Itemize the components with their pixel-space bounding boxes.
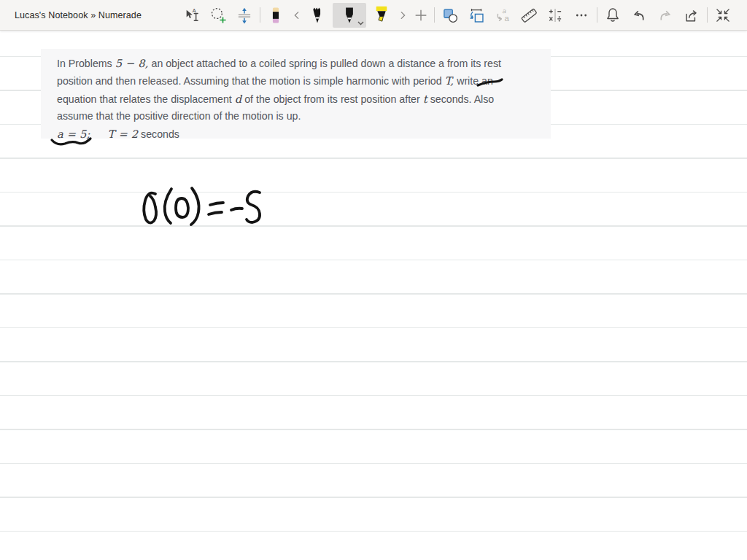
svg-text:a: a — [502, 7, 506, 14]
lasso-select-tool-button[interactable] — [207, 3, 229, 28]
pencil-icon — [308, 5, 327, 26]
chevron-left-icon — [292, 10, 302, 20]
chevron-right-icon — [398, 10, 408, 20]
ellipsis-icon — [572, 6, 591, 25]
collapse-view-button[interactable] — [712, 3, 734, 28]
lasso-select-icon — [209, 6, 228, 25]
problem-line: In Problems 5 − 8, an object attached to… — [57, 55, 551, 72]
ink-to-text-tool-button[interactable]: a a — [492, 3, 514, 28]
ruler-icon — [519, 6, 538, 25]
breadcrumb[interactable]: Lucas's Notebook » Numerade — [15, 0, 142, 30]
pen-tool-button[interactable] — [333, 3, 366, 28]
eraser-icon — [266, 6, 285, 25]
plus-icon — [413, 7, 429, 23]
bell-icon — [603, 6, 622, 25]
more-options-button[interactable] — [570, 3, 592, 28]
shapes-icon — [441, 6, 460, 25]
eraser-tool-button[interactable] — [265, 3, 287, 28]
math-tool-button[interactable] — [544, 3, 566, 28]
select-type-tool-button[interactable]: A — [181, 3, 203, 28]
ruler-tool-button[interactable] — [518, 3, 540, 28]
problem-text-block[interactable]: In Problems 5 − 8, an object attached to… — [41, 49, 551, 139]
pen-scroll-left-button[interactable] — [291, 3, 302, 28]
insert-space-tool-button[interactable] — [233, 3, 255, 28]
toolbar: Lucas's Notebook » Numerade A — [0, 0, 747, 31]
problem-line: equation that relates the displacement d… — [57, 90, 551, 108]
pen-scroll-right-button[interactable] — [397, 3, 408, 28]
ink-to-shape-tool-button[interactable] — [465, 3, 487, 28]
highlighter-tool-button[interactable] — [371, 3, 392, 28]
problem-line: position and then released. Assuming tha… — [57, 72, 551, 90]
toolbar-divider — [597, 7, 597, 23]
highlighter-icon — [372, 5, 391, 26]
pen-icon — [340, 5, 359, 26]
collapse-icon — [713, 6, 732, 25]
svg-text:a: a — [504, 14, 509, 23]
toolbar-divider — [707, 7, 708, 23]
problem-line: a = 5;T = 2 seconds — [57, 125, 551, 143]
undo-icon — [630, 6, 649, 25]
add-pen-button[interactable] — [412, 3, 430, 28]
toolbar-tools: A — [181, 0, 734, 30]
redo-icon — [656, 6, 675, 25]
undo-button[interactable] — [628, 3, 650, 28]
ink-to-text-icon: a a — [493, 6, 512, 25]
share-icon — [682, 6, 701, 25]
select-type-icon: A — [182, 6, 201, 25]
chevron-down-icon — [357, 21, 364, 26]
insert-space-icon — [235, 6, 254, 25]
redo-button[interactable] — [654, 3, 676, 28]
problem-line: assume that the positive direction of th… — [57, 108, 551, 125]
toolbar-divider — [434, 7, 435, 23]
notifications-button[interactable] — [602, 3, 624, 28]
shapes-tool-button[interactable] — [439, 3, 461, 28]
math-icon — [546, 6, 565, 25]
ink-to-shape-icon — [467, 6, 486, 25]
share-button[interactable] — [681, 3, 703, 28]
pencil-tool-button[interactable] — [306, 3, 328, 28]
toolbar-divider — [260, 7, 260, 23]
svg-text:A: A — [193, 7, 196, 13]
